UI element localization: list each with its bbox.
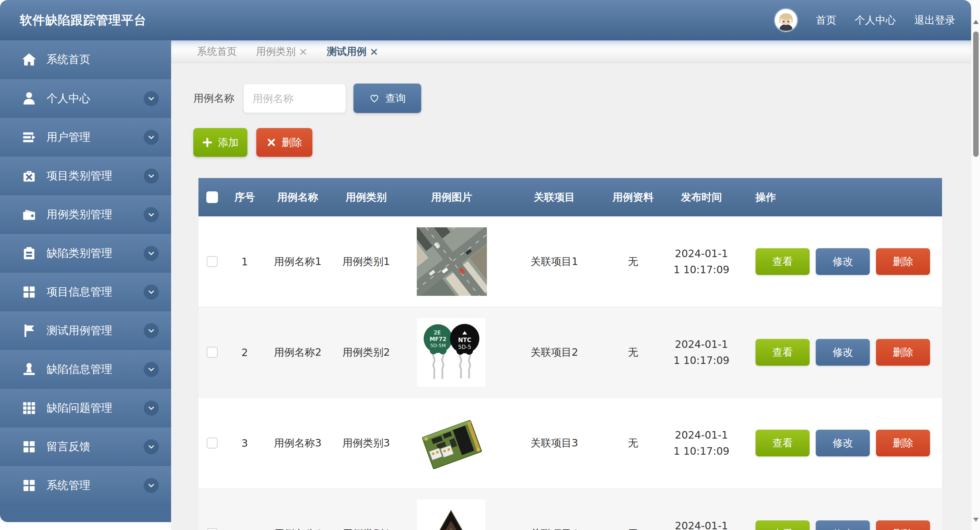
content-area: 用例名称 查询 bbox=[171, 63, 971, 530]
scrollbar-up-arrow-icon[interactable] bbox=[973, 20, 978, 24]
chevron-down-icon[interactable] bbox=[144, 207, 159, 222]
chevron-down-icon[interactable] bbox=[144, 91, 159, 106]
delete-button[interactable]: 删除 bbox=[876, 430, 930, 457]
sidebar-item-user-management[interactable]: 用户管理 bbox=[0, 118, 171, 156]
edit-button[interactable]: 修改 bbox=[816, 248, 870, 275]
view-button[interactable]: 查看 bbox=[756, 520, 810, 530]
query-button[interactable]: 查询 bbox=[353, 83, 421, 113]
column-header-publish-time: 发布时间 bbox=[681, 190, 722, 204]
case-name-field-label: 用例名称 bbox=[193, 91, 234, 105]
sidebar-item-system-management[interactable]: 系统管理 bbox=[0, 466, 171, 504]
sidebar-item-label: 用例类别管理 bbox=[46, 207, 112, 222]
user-icon bbox=[21, 91, 37, 107]
case-name-cell: 用例名称3 bbox=[274, 436, 321, 450]
row-checkbox[interactable] bbox=[207, 347, 218, 358]
page-scrollbar[interactable] bbox=[971, 0, 980, 530]
cross-icon bbox=[267, 137, 276, 147]
svg-text:MF72: MF72 bbox=[430, 336, 446, 342]
table-header-row: 序号用例名称用例类别用例图片关联项目用例资料发布时间操作 bbox=[199, 178, 942, 216]
sidebar-item-label: 缺陷问题管理 bbox=[46, 401, 112, 416]
sidebar-item-message-feedback[interactable]: 留言反馈 bbox=[0, 427, 171, 466]
tab-system-home[interactable]: 系统首页 bbox=[197, 45, 237, 59]
edit-button[interactable]: 修改 bbox=[816, 430, 870, 457]
top-header: 软件缺陷跟踪管理平台 首页个人中心退出登录 bbox=[0, 0, 971, 40]
add-button-label: 添加 bbox=[218, 136, 239, 150]
nav-link-home[interactable]: 首页 bbox=[816, 13, 836, 27]
clipboard-icon bbox=[21, 246, 37, 261]
svg-text:5D-5M: 5D-5M bbox=[430, 343, 446, 348]
delete-button[interactable]: 删除 bbox=[876, 520, 930, 530]
sidebar-item-label: 系统管理 bbox=[46, 478, 90, 493]
publish-time-cell: 2024-01-11 10:17:09 bbox=[673, 246, 730, 278]
chevron-down-icon[interactable] bbox=[144, 130, 159, 145]
scrollbar-down-arrow-icon[interactable] bbox=[973, 518, 978, 522]
column-header-case-category: 用例类别 bbox=[345, 190, 387, 204]
tab-label: 用例类别 bbox=[256, 45, 296, 59]
sidebar-item-defect-info-management[interactable]: 缺陷信息管理 bbox=[0, 350, 171, 389]
edit-button[interactable]: 修改 bbox=[816, 339, 870, 366]
sidebar-item-case-category-management[interactable]: 用例类别管理 bbox=[0, 195, 171, 234]
chevron-down-icon[interactable] bbox=[144, 362, 159, 377]
project-cell: 关联项目4 bbox=[530, 527, 578, 530]
column-header-project: 关联项目 bbox=[534, 190, 575, 204]
sidebar-item-label: 个人中心 bbox=[46, 91, 90, 106]
sidebar-item-system-home[interactable]: 系统首页 bbox=[0, 40, 171, 79]
edit-button[interactable]: 修改 bbox=[816, 520, 870, 530]
column-header-operation: 操作 bbox=[756, 190, 776, 204]
svg-text:2Ε: 2Ε bbox=[434, 330, 441, 336]
sidebar-item-project-info-management[interactable]: 项目信息管理 bbox=[0, 273, 171, 311]
sidebar-item-defect-category-management[interactable]: 缺陷类别管理 bbox=[0, 234, 171, 273]
scrollbar-thumb[interactable] bbox=[973, 32, 978, 157]
home-icon bbox=[21, 52, 37, 67]
briefcase-x-icon bbox=[21, 168, 37, 184]
row-checkbox[interactable] bbox=[207, 528, 218, 530]
material-cell: 无 bbox=[628, 255, 638, 269]
tab-close-icon[interactable]: × bbox=[369, 46, 379, 57]
project-cell: 关联项目2 bbox=[530, 345, 578, 359]
tab-case-category[interactable]: 用例类别× bbox=[256, 45, 308, 59]
tab-test-case[interactable]: 测试用例× bbox=[327, 45, 379, 59]
sidebar-item-label: 用户管理 bbox=[46, 130, 90, 145]
sidebar-item-personal-center[interactable]: 个人中心 bbox=[0, 79, 171, 118]
seq-cell: 1 bbox=[241, 256, 248, 268]
row-actions: 查看修改删除 bbox=[756, 248, 930, 275]
row-checkbox[interactable] bbox=[207, 256, 218, 267]
nav-link-personal-center[interactable]: 个人中心 bbox=[855, 13, 896, 27]
select-all-checkbox[interactable] bbox=[206, 192, 218, 203]
view-button[interactable]: 查看 bbox=[756, 248, 810, 275]
chevron-down-icon[interactable] bbox=[144, 323, 159, 338]
chevron-down-icon[interactable] bbox=[144, 401, 159, 416]
sidebar-item-label: 系统首页 bbox=[46, 52, 90, 67]
chevron-down-icon[interactable] bbox=[144, 284, 159, 300]
material-cell: 无 bbox=[628, 345, 638, 359]
circuit-board-photo bbox=[417, 409, 487, 477]
seq-cell: 2 bbox=[241, 346, 248, 358]
chevron-down-icon[interactable] bbox=[144, 478, 159, 493]
sidebar-item-test-case-management[interactable]: 测试用例管理 bbox=[0, 311, 171, 350]
sidebar-item-defect-issue-management[interactable]: 缺陷问题管理 bbox=[0, 389, 171, 427]
delete-button[interactable]: 删除 bbox=[876, 339, 930, 366]
case-name-input[interactable] bbox=[243, 83, 346, 113]
add-button[interactable]: 添加 bbox=[193, 128, 247, 157]
tab-bar: 系统首页用例类别×测试用例× bbox=[171, 40, 971, 63]
user-avatar[interactable] bbox=[775, 9, 797, 32]
delete-button[interactable]: 删除 bbox=[256, 128, 312, 157]
nav-link-logout[interactable]: 退出登录 bbox=[914, 13, 955, 27]
tab-close-icon[interactable]: × bbox=[299, 46, 308, 57]
row-checkbox[interactable] bbox=[207, 437, 218, 449]
publish-time-cell: 2024-01-11 10:17:09 bbox=[673, 336, 730, 369]
search-row: 用例名称 查询 bbox=[193, 83, 971, 113]
chevron-down-icon[interactable] bbox=[144, 439, 159, 454]
view-button[interactable]: 查看 bbox=[756, 430, 810, 457]
delete-button[interactable]: 删除 bbox=[876, 248, 930, 275]
chevron-down-icon[interactable] bbox=[144, 168, 159, 184]
sidebar-item-project-category-management[interactable]: 项目类别管理 bbox=[0, 156, 171, 195]
flag-icon bbox=[21, 323, 37, 338]
heart-icon bbox=[369, 93, 380, 104]
column-header-case-name: 用例名称 bbox=[277, 190, 318, 204]
view-button[interactable]: 查看 bbox=[756, 339, 810, 366]
stamp-icon bbox=[21, 362, 37, 377]
chip-component-photo bbox=[417, 500, 487, 530]
column-header-seq: 序号 bbox=[234, 190, 255, 204]
chevron-down-icon[interactable] bbox=[144, 246, 159, 261]
